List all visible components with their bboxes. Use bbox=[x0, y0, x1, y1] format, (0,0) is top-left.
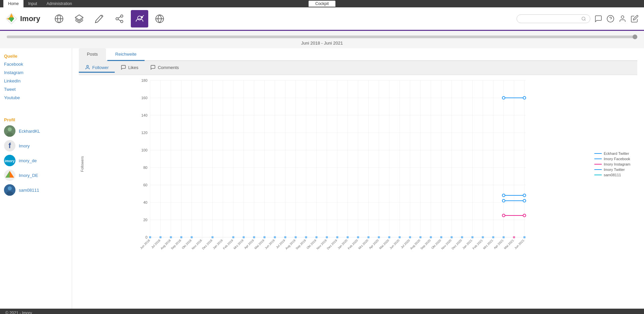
logo: Imory bbox=[5, 13, 40, 25]
svg-rect-133 bbox=[409, 236, 411, 238]
svg-text:Apr 2020: Apr 2020 bbox=[368, 239, 379, 250]
monitor-btn[interactable] bbox=[131, 10, 148, 27]
svg-marker-12 bbox=[75, 15, 83, 20]
chat-icon[interactable] bbox=[594, 15, 602, 23]
profile-item-imory[interactable]: f Imory bbox=[0, 138, 72, 153]
profile-item-sam08111[interactable]: sam08111 bbox=[0, 183, 72, 197]
help-icon[interactable] bbox=[606, 15, 614, 23]
svg-point-105 bbox=[502, 199, 505, 202]
avatar-sam bbox=[4, 184, 15, 196]
svg-point-15 bbox=[116, 17, 118, 20]
top-nav: Home Input Administration Cockpit bbox=[0, 0, 644, 7]
comments-icon bbox=[150, 65, 156, 70]
sidebar-item-instagram[interactable]: Instagram bbox=[0, 68, 72, 77]
svg-rect-130 bbox=[378, 236, 380, 238]
edit-pencil-icon[interactable] bbox=[631, 15, 639, 23]
layers-btn[interactable] bbox=[70, 10, 88, 27]
legend-label-imory-ig: Imory Instagram bbox=[604, 162, 630, 166]
subtab-follower-label: Follower bbox=[92, 65, 109, 70]
profile-item-imory-de[interactable]: imory imory_de bbox=[0, 153, 72, 168]
legend-item-imory-twitter: Imory Twitter bbox=[594, 168, 637, 172]
timeline-area: Juni 2018 - Juni 2021 bbox=[0, 31, 644, 48]
legend-label-imory-tw: Imory Twitter bbox=[604, 168, 625, 172]
legend-label-imory-fb: Imory Facebook bbox=[604, 157, 630, 161]
search-input[interactable] bbox=[521, 16, 579, 21]
avatar-img-sam bbox=[4, 184, 15, 196]
svg-text:140: 140 bbox=[141, 113, 147, 117]
sidebar-item-youtube[interactable]: Youtube bbox=[0, 93, 72, 102]
profile-name-imory-DE: Imory_DE bbox=[19, 173, 38, 178]
svg-text:100: 100 bbox=[141, 148, 147, 152]
tab-reichweite[interactable]: Reichweite bbox=[107, 48, 145, 61]
svg-rect-141 bbox=[492, 236, 494, 238]
svg-text:Mrz 2021: Mrz 2021 bbox=[482, 239, 494, 250]
connections-btn[interactable] bbox=[50, 10, 68, 27]
svg-text:Jun 2021: Jun 2021 bbox=[514, 239, 525, 250]
svg-rect-114 bbox=[191, 236, 193, 238]
cockpit-tab[interactable]: Cockpit bbox=[309, 1, 335, 7]
avatar-imory-de: imory bbox=[4, 155, 15, 166]
nav-home[interactable]: Home bbox=[3, 0, 23, 7]
svg-text:120: 120 bbox=[141, 131, 147, 135]
sidebar-item-tweet[interactable]: Tweet bbox=[0, 85, 72, 93]
svg-rect-140 bbox=[482, 236, 484, 238]
subtab-comments[interactable]: Comments bbox=[144, 63, 185, 73]
profile-item-eckhardkl[interactable]: EckhardKL bbox=[0, 124, 72, 138]
sidebar-item-linkedin[interactable]: LinkedIn bbox=[0, 77, 72, 85]
toolbar: Imory bbox=[0, 7, 644, 31]
subtab-likes[interactable]: Likes bbox=[115, 63, 144, 73]
nav-input[interactable]: Input bbox=[23, 0, 42, 7]
subtab-follower[interactable]: Follower bbox=[79, 63, 115, 73]
svg-text:imory: imory bbox=[5, 159, 15, 163]
legend-line-imory-ig bbox=[594, 164, 602, 165]
svg-point-103 bbox=[523, 194, 526, 197]
logo-icon bbox=[5, 13, 17, 25]
globe-btn[interactable] bbox=[151, 10, 168, 27]
share-btn[interactable] bbox=[111, 10, 128, 27]
chart-container: 0 20 40 60 80 100 120 140 160 180 bbox=[86, 76, 590, 252]
chart-wrapper: Followers bbox=[79, 76, 637, 252]
nav-administration[interactable]: Administration bbox=[42, 0, 77, 7]
profile-name-sam08111: sam08111 bbox=[19, 188, 39, 193]
svg-text:Jul 2018: Jul 2018 bbox=[151, 239, 161, 249]
svg-rect-116 bbox=[232, 236, 234, 238]
svg-text:Dez 2020: Dez 2020 bbox=[451, 239, 463, 250]
svg-text:Sep 2018: Sep 2018 bbox=[170, 239, 182, 250]
timeline-slider[interactable] bbox=[7, 36, 637, 38]
svg-point-99 bbox=[502, 97, 505, 99]
svg-rect-144 bbox=[524, 236, 526, 238]
svg-text:Jan 2019: Jan 2019 bbox=[212, 239, 223, 250]
legend-label-eckhard: Eckhard Twitter bbox=[604, 151, 629, 155]
svg-text:160: 160 bbox=[141, 96, 147, 100]
avatar-img-eckhard bbox=[4, 125, 15, 137]
svg-rect-143 bbox=[513, 236, 515, 238]
likes-icon bbox=[121, 65, 126, 70]
avatar-eckhardkl bbox=[4, 125, 15, 137]
svg-rect-118 bbox=[253, 236, 255, 238]
legend-line-eckhard bbox=[594, 153, 602, 154]
svg-rect-127 bbox=[347, 236, 349, 238]
user-icon[interactable] bbox=[619, 15, 627, 23]
svg-rect-111 bbox=[160, 236, 162, 238]
svg-rect-137 bbox=[451, 236, 453, 238]
svg-text:Mai 2019: Mai 2019 bbox=[254, 239, 265, 250]
edit-btn[interactable] bbox=[91, 10, 108, 27]
profile-item-imory-DE[interactable]: Imory_DE bbox=[0, 168, 72, 183]
sidebar-divider bbox=[0, 102, 72, 109]
sidebar-item-facebook[interactable]: Facebook bbox=[0, 60, 72, 68]
svg-text:40: 40 bbox=[143, 200, 147, 204]
svg-rect-128 bbox=[357, 236, 359, 238]
timeline-label: Juni 2018 - Juni 2021 bbox=[7, 41, 637, 48]
chart-y-label: Followers bbox=[79, 76, 86, 252]
search-box[interactable] bbox=[517, 14, 590, 23]
svg-rect-136 bbox=[440, 236, 442, 238]
svg-text:Jun 2020: Jun 2020 bbox=[389, 239, 400, 250]
chart-legend: Eckhard Twitter Imory Facebook Imory Ins… bbox=[590, 76, 637, 252]
svg-point-37 bbox=[8, 186, 12, 190]
svg-rect-142 bbox=[503, 236, 505, 238]
svg-rect-138 bbox=[461, 236, 463, 238]
chart-area: Posts Reichweite Follower Likes bbox=[72, 48, 644, 309]
tab-posts[interactable]: Posts bbox=[79, 48, 106, 61]
legend-item-sam08111: sam08111 bbox=[594, 173, 637, 177]
svg-rect-113 bbox=[180, 236, 182, 238]
